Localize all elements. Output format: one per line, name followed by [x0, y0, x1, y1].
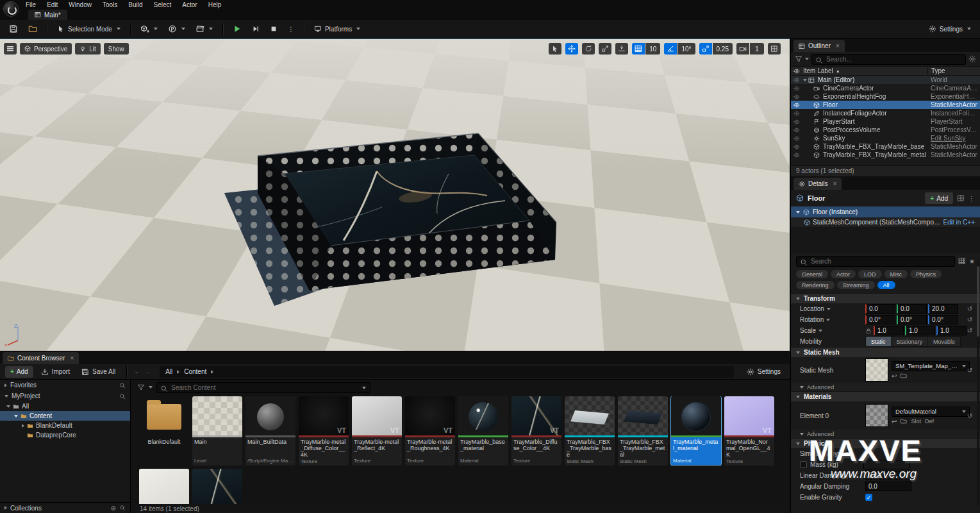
eye-icon[interactable] — [793, 85, 800, 92]
location-x-field[interactable]: 0.0 — [865, 304, 895, 314]
enable-gravity-checkbox[interactable]: ✓ — [865, 494, 872, 501]
menu-tools[interactable]: Tools — [103, 1, 117, 8]
outliner-row-postprocess[interactable]: PostProcessVolume PostProcessVolu — [791, 126, 980, 134]
navigate-forward-button[interactable]: → — [144, 368, 151, 375]
project-section[interactable]: MyProject — [0, 391, 130, 401]
outliner-row-foliage[interactable]: InstancedFoliageActor InstancedFoliage — [791, 109, 980, 117]
perspective-dropdown[interactable]: Perspective — [20, 43, 72, 55]
add-component-button[interactable]: +Add — [925, 192, 953, 204]
surface-snap-button[interactable] — [615, 43, 628, 55]
reset-to-default-icon[interactable]: ↺ — [965, 412, 975, 419]
collections-section[interactable]: Collections ⊕ — [0, 502, 130, 513]
search-icon[interactable] — [119, 393, 126, 399]
menu-actor[interactable]: Actor — [182, 1, 197, 8]
mobility-stationary[interactable]: Stationary — [892, 337, 929, 346]
material-dropdown[interactable]: DefaultMaterial — [892, 407, 970, 417]
import-button[interactable]: Import — [37, 365, 74, 379]
tree-item-all[interactable]: All — [0, 401, 130, 411]
tree-item-dataprepcore[interactable]: DataprepCore — [0, 430, 130, 440]
component-row[interactable]: StaticMeshComponent (StaticMeshComponent… — [791, 217, 980, 228]
save-button[interactable] — [5, 22, 22, 36]
section-materials[interactable]: Materials — [791, 391, 980, 401]
outliner-row-traymarble-base[interactable]: TrayMarble_FBX_TrayMarble_base StaticMes… — [791, 142, 980, 151]
eye-icon[interactable] — [793, 135, 800, 142]
save-all-button[interactable]: Save All — [78, 365, 119, 379]
rotation-y-field[interactable]: 0.0° — [897, 315, 927, 324]
skip-frame-button[interactable] — [248, 22, 263, 36]
eye-icon[interactable] — [793, 127, 800, 133]
angular-damping-field[interactable]: 0.0 — [865, 482, 911, 491]
cinematics-dropdown[interactable] — [192, 22, 217, 36]
filter-funnel-icon[interactable] — [795, 55, 802, 63]
rotation-label[interactable]: Rotation — [800, 316, 865, 323]
eye-icon[interactable] — [793, 119, 800, 125]
eye-icon[interactable] — [793, 144, 800, 150]
outliner-search-input[interactable] — [811, 54, 966, 65]
scale-z-field[interactable]: 1.0 — [936, 326, 967, 335]
settings-dropdown[interactable]: Settings — [925, 22, 975, 36]
rotation-x-field[interactable]: 0.0° — [865, 315, 895, 324]
outliner-column-header[interactable]: Item Label▲ Type — [791, 66, 980, 76]
tab-content-browser[interactable]: Content Browser × — [3, 352, 79, 364]
static-mesh-advanced[interactable]: Advanced — [791, 383, 980, 391]
materials-advanced[interactable]: Advanced — [791, 430, 980, 438]
asset-tile-metal-reflect[interactable]: VT TrayMarble-metal_Reflect_4KTexture — [352, 396, 402, 466]
play-options-kebab[interactable]: ⋮ — [284, 22, 298, 36]
add-asset-button[interactable]: +Add — [5, 366, 33, 378]
menu-build[interactable]: Build — [128, 1, 142, 8]
dock-icon[interactable] — [957, 194, 965, 202]
filter-funnel-icon[interactable] — [137, 383, 145, 391]
select-tool-button[interactable] — [549, 43, 561, 55]
menu-file[interactable]: File — [26, 1, 36, 8]
breadcrumb-all[interactable]: All — [165, 368, 172, 375]
move-tool-button[interactable] — [565, 43, 578, 55]
close-icon[interactable]: × — [70, 355, 74, 362]
asset-tile-partial[interactable] — [139, 469, 189, 504]
search-icon[interactable] — [119, 382, 126, 389]
asset-tile-metal-roughness[interactable]: VT TrayMarble-metal_Roughness_4KTexture — [405, 396, 455, 466]
rotation-snap-toggle[interactable] — [664, 43, 677, 55]
material-thumbnail[interactable] — [865, 404, 888, 427]
search-options-caret[interactable] — [362, 387, 366, 389]
favorites-star-icon[interactable]: ★ — [969, 258, 975, 265]
browse-to-asset-folder-icon[interactable] — [901, 418, 907, 425]
navigate-back-button[interactable]: ← — [134, 368, 140, 375]
asset-tile-tray-diffuse[interactable]: VT TrayMarble_Diffuse_Color__4KTexture — [511, 396, 561, 466]
edit-in-cpp-link[interactable]: Edit in C++ — [943, 219, 975, 226]
show-flags-dropdown[interactable]: Show — [104, 43, 129, 55]
eye-icon[interactable] — [793, 110, 800, 117]
edit-sunsky-link[interactable]: Edit SunSky — [927, 135, 977, 142]
mobility-movable[interactable]: Movable — [928, 337, 960, 346]
static-mesh-dropdown[interactable]: SM_Template_Map_Floor — [892, 361, 970, 371]
reset-to-default-icon[interactable]: ↺ — [965, 316, 975, 323]
outliner-row-playerstart[interactable]: PlayerStart PlayerStart — [791, 117, 980, 126]
add-collection-icon[interactable]: ⊕ — [111, 505, 116, 512]
browse-to-asset-folder-icon[interactable] — [901, 373, 907, 379]
tree-item-content[interactable]: Content — [0, 411, 130, 421]
lock-scale-icon[interactable] — [865, 328, 872, 334]
blueprints-dropdown[interactable] — [164, 22, 189, 36]
asset-tile-normal-opengl[interactable]: VT TrayMarble_Normal_OpenGL__4KTexture — [724, 396, 774, 466]
asset-tile-main-level[interactable]: MainLevel — [192, 396, 242, 466]
reset-to-default-icon[interactable]: ↺ — [965, 327, 975, 334]
stop-button[interactable] — [266, 22, 281, 36]
breadcrumb[interactable]: All Content — [160, 366, 734, 378]
content-browser-settings-button[interactable]: Settings — [743, 365, 785, 379]
scale-snap-toggle[interactable] — [699, 43, 712, 55]
eye-icon[interactable] — [793, 102, 800, 108]
menu-edit[interactable]: Edit — [47, 1, 58, 8]
asset-tile-main-builtdata[interactable]: Main_BuiltData/Script/Engine.MapBu... — [245, 396, 295, 466]
unreal-engine-logo[interactable] — [3, 1, 19, 17]
instance-header[interactable]: Floor (Instance) — [791, 206, 980, 217]
linear-damping-field[interactable]: 0.01 — [865, 471, 911, 480]
filter-misc[interactable]: Misc — [884, 270, 908, 278]
asset-tile-mesh-base[interactable]: TrayMarble_FBX_TrayMarble_baseStatic Mes… — [565, 396, 615, 466]
asset-tile-metal-material-selected[interactable]: TrayMarble_metal_materialMaterial — [671, 396, 721, 466]
reset-to-default-icon[interactable]: ↺ — [965, 305, 975, 312]
tab-outliner[interactable]: Outliner × — [793, 40, 845, 52]
menu-help[interactable]: Help — [208, 1, 222, 8]
asset-tile-metal-diffuse[interactable]: VT TrayMarble-metal_Diffuse_Color__4KTex… — [299, 396, 349, 466]
camera-speed-value[interactable]: 1 — [750, 43, 764, 55]
section-transform[interactable]: Transform — [791, 293, 980, 303]
simulate-physics-checkbox[interactable] — [865, 450, 872, 457]
